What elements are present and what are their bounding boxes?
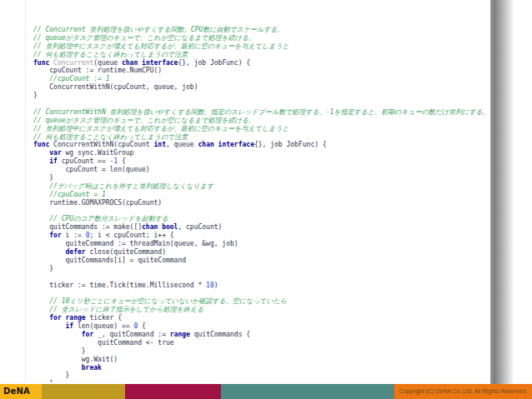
code-segment: , queue (166, 141, 198, 148)
code-segment: // CPUのコア数分スレッドを起動する (33, 215, 168, 222)
code-line: ConcurrentWithN(cpuCount, queue, job) (33, 83, 489, 92)
code-line (33, 207, 489, 216)
code-segment: chan (142, 223, 158, 231)
code-segment: i := (62, 232, 86, 239)
code-segment: wg sync.WaitGroup (62, 149, 134, 157)
code-line: // queueがタスク管理のキューで、これが空になるまで処理を続ける。 (33, 117, 489, 125)
code-segment: range (170, 331, 190, 338)
code-line: // 10ミリ秒ごとにキューが空になっていないか確認する。空になっていたら (33, 297, 489, 306)
code-line (33, 273, 489, 282)
code-line: // queueがタスク管理のキューで、これが空になるまで処理を続ける。 (33, 34, 489, 42)
code-line: quitCommands := make([]chan bool, cpuCou… (33, 223, 489, 232)
code-segment: len(queue) == (73, 322, 133, 330)
code-segment: runtime.GOMAXPROCS(cpuCount) (33, 199, 162, 207)
code-segment: for (49, 232, 61, 239)
code-segment: _, quitCommand := (93, 331, 170, 338)
code-segment (33, 364, 82, 372)
code-segment: //cpuCount = 1 (33, 191, 106, 198)
code-line: quitCommand <- true (33, 339, 489, 347)
code-line: } (33, 372, 489, 380)
code-segment: if (66, 322, 74, 330)
code-segment (33, 149, 49, 157)
code-segment (33, 248, 66, 256)
code-segment: int (154, 141, 166, 148)
code-segment: //cpuCount := 1 (33, 75, 110, 82)
code-segment: } (33, 92, 38, 99)
code-line: //cpuCount = 1 (33, 191, 489, 199)
code-editor[interactable]: // Concurrent 並列処理を扱いやすくする関数。CPU数に自動でスケー… (33, 11, 489, 382)
code-line: func Concurrent(queue chan interface{}, … (33, 59, 489, 67)
code-segment: } (33, 265, 53, 272)
code-segment: bool (162, 223, 178, 231)
code-line: for i := 0; i < cpuCount; i++ { (33, 232, 489, 240)
code-segment: var (49, 149, 61, 157)
code-line: for range ticker { (33, 314, 489, 322)
code-line: runtime.GOMAXPROCS(cpuCount) (33, 199, 489, 207)
code-line: // 何も処理することなく終わってしまうので注意 (33, 51, 489, 59)
code-segment: // queueがタスク管理のキューで、これが空になるまで処理を続ける。 (33, 34, 255, 42)
code-segment (33, 331, 82, 338)
code-segment: // 並列処理中にタスクが増えても対応するが、最初に空のキューを与えてしまうと (33, 125, 289, 132)
code-segment: for (82, 331, 93, 338)
code-line: } (33, 174, 489, 182)
code-line: break (33, 364, 489, 372)
code-segment: wg.Wait() (33, 356, 118, 363)
code-line: func ConcurrentWithN(cpuCount int, queue… (33, 141, 489, 149)
code-segment: quitCommands { (190, 331, 250, 338)
code-segment: // 全スレッドに終了指示をしてから処理を終える (33, 306, 203, 313)
code-lines: // Concurrent 並列処理を扱いやすくする関数。CPU数に自動でスケー… (33, 26, 489, 382)
code-line: // 並列処理中にタスクが増えても対応するが、最初に空のキューを与えてしまうと (33, 42, 489, 51)
code-segment: , cpuCount) (178, 223, 222, 231)
code-segment: cpuCount = len(queue) (33, 166, 150, 173)
code-line: //cpuCount := 1 (33, 75, 489, 83)
code-segment (33, 157, 49, 165)
code-line: for _, quitCommand := range quitCommands… (33, 331, 489, 339)
code-segment: interface (218, 141, 254, 148)
code-segment: ticker := time.Tick(time.Millisecond * (33, 282, 206, 289)
code-line (33, 290, 489, 298)
code-segment: close(quiteCommand) (86, 248, 166, 256)
editor-gutter-divider (25, 0, 26, 382)
code-segment: if (49, 157, 58, 165)
footer-segment-teal (221, 384, 394, 399)
code-line: wg.Wait() (33, 356, 489, 364)
footer-segment-crimson (125, 384, 221, 399)
code-segment: // 何も処理することなく終わってしまうので注意 (33, 51, 188, 58)
code-segment: quiteCommand := threadMain(queue, &wg, j… (33, 240, 238, 247)
code-segment: defer (66, 248, 86, 256)
code-segment: for range (49, 314, 85, 322)
code-line: // 全スレッドに終了指示をしてから処理を終える (33, 306, 489, 314)
code-segment: break (82, 364, 102, 372)
code-line: // CPUのコア数分スレッドを起動する (33, 215, 489, 223)
code-segment: quitCommand <- true (33, 339, 174, 347)
code-segment: chan (122, 59, 138, 67)
code-segment: {}, job JobFunc) { (178, 59, 250, 67)
code-line: cpuCount := runtime.NumCPU() (33, 67, 489, 75)
code-segment: // Concurrent 並列処理を扱いやすくする関数。CPU数に自動でスケー… (33, 26, 284, 33)
code-segment: cpuCount == (58, 157, 110, 165)
code-segment: //デバッグ時はこれを外すと並列処理しなくなります (33, 182, 213, 190)
code-segment: cpuCount := runtime.NumCPU() (33, 67, 162, 74)
code-segment (33, 322, 66, 330)
code-segment: ConcurrentWithN(cpuCount (53, 141, 153, 148)
code-segment: {}, job JobFunc) { (254, 141, 327, 148)
code-segment: 10 (206, 282, 214, 289)
code-segment: } (33, 380, 53, 382)
code-line (33, 100, 489, 108)
code-segment: ticker { (86, 314, 122, 322)
code-segment: -1 (110, 157, 118, 165)
code-segment: // 何も処理することなく終わってしまうので注意 (33, 133, 188, 141)
code-line: } (33, 265, 489, 273)
code-segment: (queue (93, 59, 122, 67)
dena-logo: DeNA (3, 386, 30, 397)
copyright-text: Copyright (C) DeNA Co.,Ltd. All Rights R… (399, 387, 527, 396)
code-segment: // queueがタスク管理のキューで、これが空になるまで処理を続ける。 (33, 117, 255, 124)
code-segment: // ConcurrentWithN 並列処理を扱いやすくする関数。指定のスレッ… (33, 108, 489, 116)
code-line: // 何も処理することなく終わってしまうので注意 (33, 133, 489, 142)
code-line: // Concurrent 並列処理を扱いやすくする関数。CPU数に自動でスケー… (33, 26, 489, 34)
code-segment (33, 232, 49, 239)
scrollbar[interactable] (490, 0, 513, 384)
code-line: // ConcurrentWithN 並列処理を扱いやすくする関数。指定のスレッ… (33, 108, 489, 117)
code-line: } (33, 380, 489, 382)
code-line: } (33, 347, 489, 356)
